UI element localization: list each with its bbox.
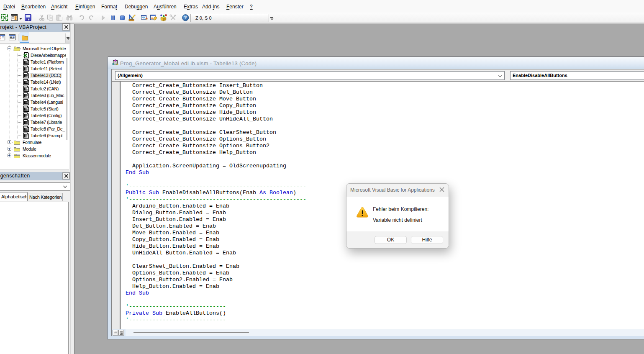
svg-text:?: ? [184, 15, 187, 20]
